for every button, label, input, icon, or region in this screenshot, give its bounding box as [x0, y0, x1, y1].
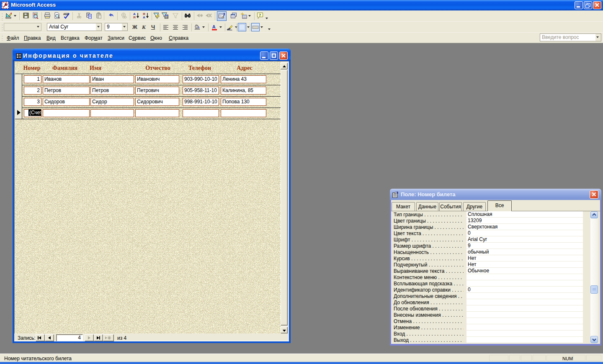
svg-text:Я: Я [133, 15, 136, 19]
svg-text:А: А [143, 15, 145, 19]
svg-text:А: А [212, 24, 216, 29]
svg-text:?: ? [259, 13, 261, 18]
